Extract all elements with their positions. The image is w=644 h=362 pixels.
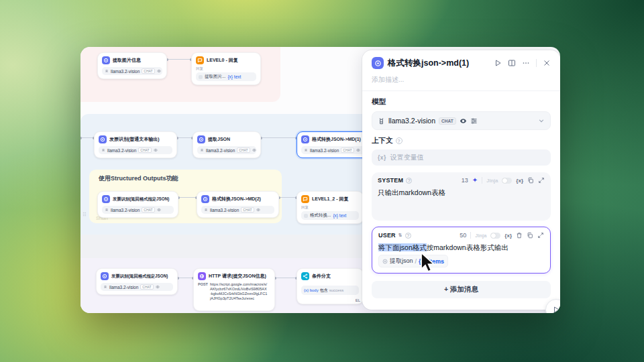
node-title: 提取图片信息	[113, 57, 141, 64]
http-method: POST	[198, 282, 208, 301]
eye-icon	[252, 148, 256, 152]
role-switch-icon[interactable]: ⇅	[398, 233, 402, 238]
node-level0-answer[interactable]: LEVEL0 - 回复 回复 提取图片... {x} text	[191, 52, 261, 85]
ref-variable: {x} text	[227, 74, 241, 79]
prompt-variable-chip[interactable]: 提取json / {x} items	[378, 255, 448, 267]
node-invoice-structured-json[interactable]: 发票识别(返回格式指定JSON) llama3.2-vision CHAT	[97, 191, 178, 218]
generate-sparkle-icon[interactable]: ✦	[472, 177, 478, 184]
condition-variable: {x} body	[304, 288, 319, 292]
node-title: LEVEL0 - 回复	[207, 57, 238, 64]
node-model-name: llama3.2-vision	[310, 148, 339, 153]
insert-variable-icon[interactable]: {x}	[504, 233, 512, 239]
llm-node-icon	[101, 272, 109, 280]
llama-icon	[105, 208, 109, 212]
llm-node-icon	[102, 56, 110, 64]
eye-icon	[356, 148, 360, 152]
insert-variable-icon[interactable]: {x}	[516, 178, 523, 184]
context-variable-input[interactable]: {x} 设置变量值	[372, 149, 551, 166]
llama-icon	[103, 285, 107, 289]
vision-eye-icon	[460, 117, 467, 125]
user-prompt-text[interactable]: 将下面json格式按markdown表格形式输出	[378, 243, 544, 252]
description-placeholder[interactable]: 添加描述...	[372, 75, 551, 84]
node-model-chip: llama3.2-vision CHAT	[102, 67, 162, 75]
node-format-convert-md1[interactable]: 格式转换JSON->MD(1) llama3.2-vision CHAT	[297, 131, 372, 158]
node-model-chip: llama3.2-vision CHAT	[102, 206, 174, 214]
add-message-button[interactable]: + 添加消息	[372, 281, 551, 298]
chevron-down-icon	[538, 117, 545, 124]
jinja-label: Jinja	[475, 233, 486, 239]
llama-icon	[378, 117, 385, 125]
more-options-button[interactable]	[522, 59, 530, 67]
system-prompt-text[interactable]: 只输出markdown表格	[378, 188, 545, 197]
token-count: 50	[460, 232, 466, 239]
chat-badge: CHAT	[142, 207, 154, 213]
jinja-label: Jinja	[486, 178, 498, 184]
condition-value: success	[329, 288, 344, 292]
model-section-label: 模型	[372, 97, 551, 107]
chat-badge: CHAT	[341, 147, 354, 153]
ref-node-name: 格式转换...	[310, 213, 331, 219]
jinja-toggle[interactable]	[502, 178, 512, 184]
node-model-chip: llama3.2-vision CHAT	[197, 146, 256, 154]
node-model-name: llama3.2-vision	[107, 148, 136, 153]
delete-icon[interactable]	[516, 232, 523, 239]
model-selector[interactable]: llama3.2-vision CHAT	[372, 111, 551, 130]
node-invoice-structured-json-2[interactable]: 发票识别(返回格式指定JSON) llama3.2-vision CHAT	[96, 268, 178, 295]
chat-badge: CHAT	[138, 147, 151, 153]
llm-node-icon	[301, 135, 309, 143]
system-message-block[interactable]: SYSTEM ? 13 ✦ Jinja {x} 只输出markdown表格	[372, 172, 551, 221]
node-extract-json[interactable]: 提取JSON llama3.2-vision CHAT	[193, 131, 261, 158]
close-panel-button[interactable]	[543, 59, 551, 67]
divider	[470, 232, 471, 239]
node-format-convert-md2[interactable]: 格式转换JSON->MD(2) llama3.2-vision CHAT	[197, 191, 279, 218]
token-count: 13	[462, 177, 468, 184]
path-separator: /	[415, 258, 417, 265]
user-message-block[interactable]: USER ⇅ ? 50 Jinja {x} 将下面json格式按markdown…	[372, 227, 551, 274]
ref-node-name: 提取图片...	[205, 74, 225, 80]
app-window: 使用Structured Outputs功能 Shian 提取图片信息 llam…	[80, 47, 560, 313]
llm-node-icon	[99, 135, 107, 143]
edge	[177, 137, 193, 138]
node-extract-image-info[interactable]: 提取图片信息 llama3.2-vision CHAT	[97, 52, 167, 79]
divider	[482, 177, 482, 184]
node-model-name: llama3.2-vision	[206, 148, 235, 153]
help-icon: ?	[406, 178, 412, 184]
expand-icon[interactable]	[537, 232, 544, 239]
model-params-icon[interactable]	[470, 117, 478, 125]
selected-text: 将下面json格式	[378, 243, 427, 251]
chat-badge: CHAT	[140, 284, 153, 290]
llama-icon	[200, 148, 204, 152]
llm-node-icon	[102, 195, 110, 203]
expand-icon[interactable]	[538, 177, 545, 184]
answer-ref-chip: 格式转换... {x} text	[301, 211, 359, 220]
llama-icon	[204, 208, 208, 212]
answer-section-label: 回复	[196, 66, 256, 71]
drag-handle-icon[interactable]: ⠿	[83, 213, 87, 218]
copy-icon[interactable]	[527, 177, 534, 184]
node-condition-branch[interactable]: 条件分支 {x} body 包含 success EL	[297, 268, 364, 304]
variable-icon: {x}	[378, 154, 386, 161]
llm-node-icon	[197, 135, 205, 143]
node-level1-2-answer[interactable]: LEVEL1_2 - 回复 回复 格式转换... {x} text	[297, 191, 364, 224]
llm-node-icon	[201, 195, 209, 203]
node-model-chip: llama3.2-vision CHAT	[99, 146, 172, 154]
answer-section-label: 回复	[301, 205, 359, 210]
model-name: llama3.2-vision	[388, 117, 435, 125]
variable-node-name: 提取json	[390, 257, 413, 265]
node-title: 发票识别(返回格式指定JSON)	[111, 274, 168, 280]
node-title: 格式转换JSON->MD(1)	[312, 136, 361, 143]
message-role: USER	[378, 232, 396, 239]
split-view-button[interactable]	[508, 59, 516, 67]
node-invoice-plain-text[interactable]: 发票识别(普通文本输出) llama3.2-vision CHAT	[94, 131, 177, 158]
jinja-toggle[interactable]	[490, 233, 500, 239]
edge	[80, 137, 94, 138]
node-model-chip: llama3.2-vision CHAT	[201, 206, 274, 214]
run-node-button[interactable]	[494, 59, 502, 67]
node-config-panel: 格式转换json->md(1) 添加描述... 模型 llama3.2-visi…	[362, 50, 560, 310]
http-request-summary: POST https://script.google.com/macros/s/…	[198, 282, 270, 301]
node-http-request[interactable]: HTTP 请求(提交JSON信息) POST https://script.go…	[193, 268, 275, 311]
copy-icon[interactable]	[527, 232, 533, 239]
panel-title: 格式转换json->md(1)	[388, 58, 490, 69]
node-model-name: llama3.2-vision	[111, 69, 140, 74]
llama-icon	[101, 148, 105, 152]
